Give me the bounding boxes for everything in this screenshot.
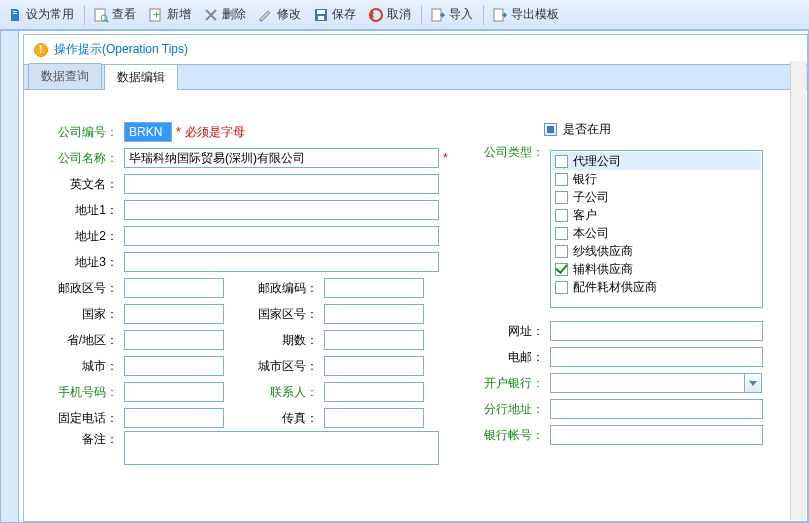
export-template-label: 导出模板	[511, 6, 559, 23]
branch-address-input[interactable]	[550, 399, 763, 419]
address2-label: 地址2：	[44, 228, 124, 245]
fax-label: 传真：	[224, 410, 324, 427]
tips-text[interactable]: 操作提示(Operation Tips)	[54, 41, 188, 58]
checkbox[interactable]	[555, 263, 568, 276]
address3-input[interactable]	[124, 252, 439, 272]
fax-input[interactable]	[324, 408, 424, 428]
set-common-label: 设为常用	[26, 6, 74, 23]
in-use-label: 是否在用	[563, 121, 611, 138]
list-item: 辅料供应商	[552, 260, 761, 278]
postal-code-input[interactable]	[324, 278, 424, 298]
address2-input[interactable]	[124, 226, 439, 246]
new-icon: +	[148, 7, 164, 23]
edit-icon	[258, 7, 274, 23]
checkbox[interactable]	[555, 209, 568, 222]
star-icon	[7, 7, 23, 23]
province-input[interactable]	[124, 330, 224, 350]
checkbox[interactable]	[555, 227, 568, 240]
company-name-label: 公司名称：	[44, 150, 124, 167]
email-label: 电邮：	[484, 349, 550, 366]
bank-account-input[interactable]	[550, 425, 763, 445]
postal-area-label: 邮政区号：	[44, 280, 124, 297]
delete-label: 删除	[222, 6, 246, 23]
svg-text:+: +	[153, 8, 160, 22]
company-name-input[interactable]	[124, 148, 439, 168]
svg-rect-9	[432, 9, 441, 21]
mobile-input[interactable]	[124, 382, 224, 402]
telephone-input[interactable]	[124, 408, 224, 428]
postal-code-label: 邮政编码：	[224, 280, 324, 297]
english-name-input[interactable]	[124, 174, 439, 194]
list-item: 本公司	[552, 224, 761, 242]
url-label: 网址：	[484, 323, 550, 340]
province-label: 省/地区：	[44, 332, 124, 349]
checkbox[interactable]	[555, 191, 568, 204]
svg-rect-6	[317, 10, 325, 14]
svg-rect-10	[494, 9, 503, 21]
city-label: 城市：	[44, 358, 124, 375]
delete-button[interactable]: 删除	[198, 3, 253, 27]
list-item: 客户	[552, 206, 761, 224]
english-name-label: 英文名：	[44, 176, 124, 193]
left-column: 公司编号： * 必须是字母 公司名称： * 英文名： 地址1： 地址2： 地址3…	[44, 119, 459, 471]
list-item: 银行	[552, 170, 761, 188]
edit-button[interactable]: 修改	[253, 3, 308, 27]
vertical-scrollbar[interactable]	[790, 61, 806, 520]
in-use-checkbox[interactable]	[544, 123, 557, 136]
company-code-input[interactable]	[124, 122, 172, 142]
remark-label: 备注：	[44, 431, 124, 448]
tab-query[interactable]: 数据查询	[28, 63, 102, 89]
remark-input[interactable]	[124, 431, 439, 465]
bank-label: 开户银行：	[484, 375, 550, 392]
url-input[interactable]	[550, 321, 763, 341]
delete-icon	[203, 7, 219, 23]
tab-edit[interactable]: 数据编辑	[104, 64, 178, 90]
checkbox[interactable]	[555, 173, 568, 186]
left-collapse-bar[interactable]	[1, 31, 19, 522]
main-area: 操作提示(Operation Tips) 数据查询 数据编辑 公司编号： * 必…	[0, 30, 809, 523]
required-star: *	[176, 125, 181, 139]
list-item: 配件耗材供应商	[552, 278, 761, 296]
bank-account-label: 银行帐号：	[484, 427, 550, 444]
address1-input[interactable]	[124, 200, 439, 220]
mobile-label: 手机号码：	[44, 384, 124, 401]
view-button[interactable]: 查看	[88, 3, 143, 27]
code-hint: 必须是字母	[185, 124, 245, 141]
country-area-label: 国家区号：	[224, 306, 324, 323]
email-input[interactable]	[550, 347, 763, 367]
export-template-button[interactable]: 导出模板	[487, 3, 566, 27]
bank-input[interactable]	[550, 373, 745, 393]
periods-input[interactable]	[324, 330, 424, 350]
country-area-input[interactable]	[324, 304, 424, 324]
periods-label: 期数：	[224, 332, 324, 349]
new-label: 新增	[167, 6, 191, 23]
form-body: 公司编号： * 必须是字母 公司名称： * 英文名： 地址1： 地址2： 地址3…	[24, 109, 807, 521]
warning-icon	[34, 43, 48, 57]
city-area-input[interactable]	[324, 356, 424, 376]
save-icon	[313, 7, 329, 23]
branch-address-label: 分行地址：	[484, 401, 550, 418]
cancel-icon	[368, 7, 384, 23]
import-button[interactable]: 导入	[425, 3, 480, 27]
content-panel: 操作提示(Operation Tips) 数据查询 数据编辑 公司编号： * 必…	[23, 34, 808, 522]
right-column: 是否在用 公司类型： 代理公司 银行 子公司 客户 本公司 纱线供应商 辅料供应…	[484, 121, 804, 448]
checkbox[interactable]	[555, 281, 568, 294]
contact-input[interactable]	[324, 382, 424, 402]
company-type-list[interactable]: 代理公司 银行 子公司 客户 本公司 纱线供应商 辅料供应商 配件耗材供应商	[550, 150, 763, 308]
operation-tips: 操作提示(Operation Tips)	[24, 35, 807, 65]
save-button[interactable]: 保存	[308, 3, 363, 27]
new-button[interactable]: + 新增	[143, 3, 198, 27]
country-input[interactable]	[124, 304, 224, 324]
address1-label: 地址1：	[44, 202, 124, 219]
edit-label: 修改	[277, 6, 301, 23]
checkbox[interactable]	[555, 155, 568, 168]
postal-area-input[interactable]	[124, 278, 224, 298]
telephone-label: 固定电话：	[44, 410, 124, 427]
checkbox[interactable]	[555, 245, 568, 258]
company-code-label: 公司编号：	[44, 124, 124, 141]
cancel-button[interactable]: 取消	[363, 3, 418, 27]
bank-dropdown-trigger[interactable]	[745, 373, 762, 393]
set-common-button[interactable]: 设为常用	[2, 3, 81, 27]
city-input[interactable]	[124, 356, 224, 376]
list-item: 代理公司	[552, 152, 761, 170]
